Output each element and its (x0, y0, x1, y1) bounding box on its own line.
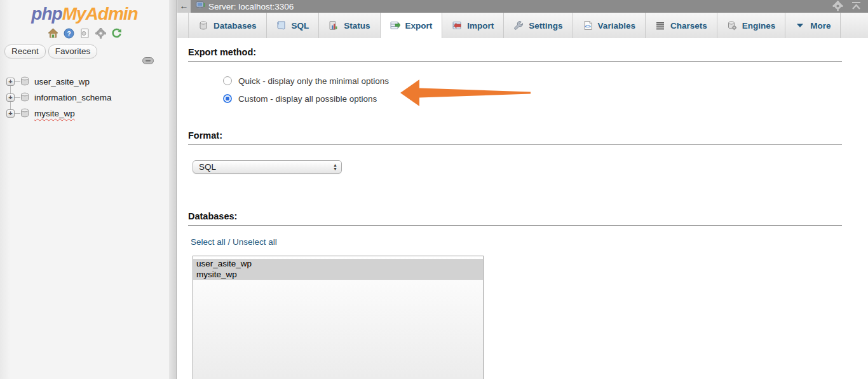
back-button[interactable]: ← (177, 0, 191, 13)
logo-part-myadmin: MyAdmin (62, 4, 138, 24)
tab-engines[interactable]: Engines (717, 13, 786, 38)
engines-icon (727, 20, 737, 31)
page-settings-gear-icon[interactable] (832, 1, 843, 11)
tree-item-mysite-wp[interactable]: + mysite_wp (0, 106, 169, 121)
listbox-option[interactable]: user_asite_wp (193, 259, 483, 270)
home-icon[interactable] (48, 28, 58, 39)
import-icon (452, 20, 462, 31)
unselect-all-link[interactable]: Unselect all (233, 237, 277, 247)
charsets-icon (655, 20, 665, 31)
phpmyadmin-logo[interactable]: phpMyAdmin (0, 0, 169, 24)
docs-icon[interactable] (79, 28, 90, 39)
sidebar-icon-toolbar: ? (0, 28, 169, 39)
select-all-link[interactable]: Select all (191, 237, 226, 247)
wrench-icon (513, 20, 524, 31)
expand-icon[interactable]: + (6, 109, 15, 118)
database-icon (198, 20, 208, 31)
tab-export[interactable]: Export (381, 13, 443, 38)
server-bar: Server: localhost:3306 (191, 0, 868, 13)
svg-text:<>: <> (585, 24, 591, 29)
format-select[interactable]: SQL ▲▼ (193, 160, 342, 174)
radio-custom[interactable]: Custom - display all possible options (223, 90, 842, 107)
format-selected-value: SQL (199, 162, 333, 172)
server-icon (196, 1, 205, 11)
tab-import[interactable]: Import (442, 13, 504, 38)
refresh-icon[interactable] (111, 28, 122, 39)
server-breadcrumb-bar: ← Server: localhost:3306 (177, 0, 868, 13)
collapse-icon[interactable] (851, 1, 862, 11)
gear-icon[interactable] (95, 28, 106, 39)
variables-icon: <> (583, 20, 593, 31)
database-name[interactable]: user_asite_wp (34, 77, 90, 86)
tab-status[interactable]: Status (319, 13, 380, 38)
listbox-option[interactable]: mysite_wp (193, 270, 483, 280)
tab-more[interactable]: More (785, 13, 841, 38)
status-chart-icon (329, 20, 339, 31)
svg-text:?: ? (67, 31, 71, 38)
favorites-button[interactable]: Favorites (48, 45, 98, 59)
database-name[interactable]: mysite_wp (34, 109, 75, 118)
help-icon[interactable]: ? (64, 28, 74, 39)
databases-heading: Databases: (188, 211, 842, 226)
database-tree: + user_asite_wp + information_schema + m… (0, 74, 169, 121)
radio-quick[interactable]: Quick - display only the minimal options (223, 72, 842, 90)
main-panel: ← Server: localhost:3306 Databases (177, 0, 868, 379)
export-method-options: Quick - display only the minimal options… (223, 72, 842, 107)
database-name[interactable]: information_schema (34, 93, 112, 102)
sql-icon (276, 20, 287, 31)
tab-variables[interactable]: <> Variables (573, 13, 646, 38)
select-arrows-icon: ▲▼ (333, 163, 337, 170)
databases-listbox[interactable]: user_asite_wp mysite_wp (193, 256, 484, 379)
database-icon (20, 108, 29, 120)
tree-item-information-schema[interactable]: + information_schema (0, 90, 169, 106)
export-icon (390, 20, 400, 31)
export-page-content: Export method: Quick - display only the … (177, 47, 868, 379)
navigation-panel: phpMyAdmin ? Recent Favorites + (0, 0, 169, 379)
select-links: Select all / Unselect all (191, 237, 842, 247)
topbar-right-icons (832, 1, 862, 11)
logo-part-php: php (31, 4, 62, 24)
format-heading: Format: (188, 130, 842, 145)
tab-settings[interactable]: Settings (504, 13, 573, 38)
radio-quick-circle[interactable] (223, 76, 232, 85)
tab-databases[interactable]: Databases (189, 13, 267, 38)
main-tabbar: Databases SQL Status Export Import (177, 13, 868, 38)
expand-icon[interactable]: + (6, 93, 15, 102)
link-icon[interactable] (142, 57, 154, 66)
tab-sql[interactable]: SQL (267, 13, 320, 38)
tree-item-user-asite-wp[interactable]: + user_asite_wp (0, 74, 169, 90)
database-icon (20, 92, 29, 104)
chevron-down-icon (795, 20, 805, 31)
panel-resize-handle[interactable] (169, 0, 177, 379)
recent-button[interactable]: Recent (4, 45, 46, 59)
expand-icon[interactable]: + (6, 78, 15, 86)
radio-custom-circle[interactable] (223, 94, 232, 103)
server-label[interactable]: Server: localhost:3306 (208, 2, 294, 11)
tab-charsets[interactable]: Charsets (646, 13, 717, 38)
database-icon (20, 76, 29, 88)
export-method-heading: Export method: (188, 47, 842, 62)
